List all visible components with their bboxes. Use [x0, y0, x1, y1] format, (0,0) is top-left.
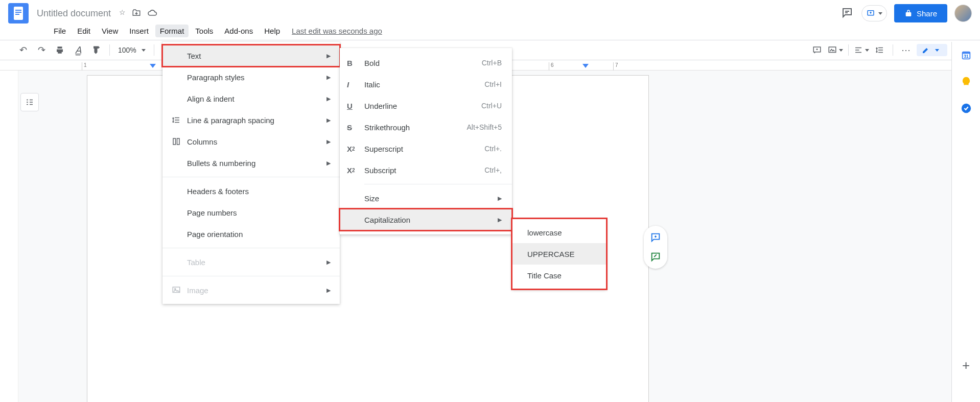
submenu-arrow-icon: ▶	[326, 53, 331, 59]
format-menu-bullets-numbering[interactable]: Bullets & numbering▶	[162, 152, 340, 174]
add-comment-button[interactable]	[648, 230, 663, 245]
document-outline-button[interactable]	[20, 93, 39, 111]
svg-rect-10	[965, 85, 968, 86]
chevron-down-icon	[865, 49, 869, 52]
menu-divider	[162, 276, 340, 276]
svg-rect-0	[14, 7, 23, 20]
vertical-ruler[interactable]	[0, 70, 18, 402]
svg-rect-15	[177, 138, 180, 145]
submenu-arrow-icon: ▶	[326, 287, 331, 294]
docs-logo-icon[interactable]	[8, 3, 29, 23]
submenu-item-label: Italic	[364, 80, 484, 89]
capitalization-uppercase[interactable]: UPPERCASE	[512, 243, 606, 265]
menu-insert[interactable]: Insert	[125, 25, 153, 37]
more-button[interactable]: ⋯	[898, 42, 914, 58]
text-submenu-italic[interactable]: IItalicCtrl+I	[340, 74, 512, 95]
svg-rect-1	[15, 10, 21, 11]
keyboard-shortcut: Ctrl+U	[481, 102, 502, 110]
menu-view[interactable]: View	[97, 25, 123, 37]
text-submenu-bold[interactable]: BBoldCtrl+B	[340, 52, 512, 74]
move-icon[interactable]	[132, 8, 141, 19]
text-submenu-capitalization[interactable]: Capitalization▶	[340, 209, 512, 230]
menu-edit[interactable]: Edit	[73, 25, 95, 37]
comment-button[interactable]	[809, 42, 825, 58]
editing-mode-button[interactable]	[917, 44, 947, 56]
share-button[interactable]: Share	[894, 4, 947, 22]
zoom-selector[interactable]: 100%	[115, 46, 149, 54]
capitalization-title-case[interactable]: Title Case	[512, 265, 606, 286]
ruler-mark: 1	[82, 62, 87, 70]
star-icon[interactable]: ☆	[119, 8, 126, 19]
chevron-down-icon	[839, 49, 843, 52]
format-menu-page-numbers[interactable]: Page numbers	[162, 202, 340, 223]
format-menu-columns[interactable]: Columns▶	[162, 131, 340, 152]
format-menu-align-indent[interactable]: Align & indent▶	[162, 88, 340, 109]
format-menu-image: Image▶	[162, 279, 340, 301]
strikethrough-icon: S	[347, 123, 364, 132]
align-button[interactable]	[854, 42, 869, 58]
line-spacing-button[interactable]	[872, 42, 888, 58]
format-menu-line-paragraph-spacing[interactable]: Line & paragraph spacing▶	[162, 109, 340, 131]
insert-image-button[interactable]	[828, 42, 843, 58]
format-menu-paragraph-styles[interactable]: Paragraph styles▶	[162, 66, 340, 88]
submenu-item-label: Bold	[364, 59, 482, 67]
indent-marker-icon[interactable]	[150, 64, 156, 70]
submenu-item-label: Subscript	[364, 166, 484, 175]
submenu-arrow-icon: ▶	[498, 217, 502, 223]
capitalization-submenu-popup: lowercaseUPPERCASETitle Case	[512, 219, 606, 289]
keyboard-shortcut: Ctrl+.	[484, 145, 502, 153]
tasks-icon[interactable]	[960, 102, 972, 114]
chevron-down-icon	[935, 49, 939, 52]
undo-button[interactable]: ↶	[15, 42, 31, 58]
print-button[interactable]	[52, 42, 67, 58]
superscript-icon: X2	[347, 145, 364, 153]
menu-item-label: Image	[187, 286, 326, 295]
image-icon	[172, 286, 187, 295]
comments-history-icon[interactable]	[841, 7, 854, 20]
keep-icon[interactable]	[960, 76, 972, 88]
menu-tools[interactable]: Tools	[191, 25, 218, 37]
suggest-edit-button[interactable]	[648, 249, 663, 265]
menu-add-ons[interactable]: Add-ons	[220, 25, 258, 37]
cloud-status-icon[interactable]	[147, 8, 157, 19]
share-label: Share	[917, 9, 937, 18]
menu-item-label: Line & paragraph spacing	[187, 116, 326, 125]
text-submenu-underline[interactable]: UUnderlineCtrl+U	[340, 95, 512, 116]
menu-item-label: Headers & footers	[187, 187, 331, 196]
avatar[interactable]	[954, 5, 972, 22]
submenu-item-label: Underline	[364, 102, 481, 110]
format-menu-text[interactable]: Text▶	[162, 45, 340, 66]
italic-icon: I	[347, 80, 364, 89]
present-button[interactable]	[861, 5, 887, 21]
chevron-down-icon	[142, 49, 146, 52]
text-submenu-subscript[interactable]: X2SubscriptCtrl+,	[340, 159, 512, 181]
format-menu-popup: Text▶Paragraph styles▶Align & indent▶Lin…	[162, 42, 340, 304]
subscript-icon: X2	[347, 166, 364, 175]
menu-file[interactable]: File	[49, 25, 71, 37]
menu-item-label: Columns	[187, 137, 326, 146]
capitalization-lowercase[interactable]: lowercase	[512, 222, 606, 243]
menu-item-label: Page numbers	[187, 208, 331, 217]
document-title[interactable]: Untitled document	[33, 7, 115, 20]
last-edit-link[interactable]: Last edit was seconds ago	[292, 27, 382, 35]
format-menu-headers-footers[interactable]: Headers & footers	[162, 180, 340, 202]
submenu-arrow-icon: ▶	[498, 195, 502, 202]
text-submenu-size[interactable]: Size▶	[340, 187, 512, 209]
ruler-mark: 6	[549, 62, 554, 70]
menu-item-label: Bullets & numbering	[187, 159, 326, 168]
menu-help[interactable]: Help	[260, 25, 285, 37]
right-indent-marker-icon[interactable]	[582, 64, 589, 70]
menu-format[interactable]: Format	[155, 25, 189, 37]
spellcheck-button[interactable]: A̲	[71, 42, 86, 58]
text-submenu-strikethrough[interactable]: SStrikethroughAlt+Shift+5	[340, 116, 512, 138]
text-submenu-superscript[interactable]: X2SuperscriptCtrl+.	[340, 138, 512, 159]
menu-divider	[162, 248, 340, 248]
submenu-item-label: Strikethrough	[364, 123, 467, 132]
paint-format-button[interactable]	[89, 42, 104, 58]
calendar-icon[interactable]: 31	[960, 49, 972, 61]
format-menu-table: Table▶	[162, 251, 340, 273]
format-menu-page-orientation[interactable]: Page orientation	[162, 223, 340, 245]
submenu-item-label: Capitalization	[364, 216, 498, 224]
add-addons-button[interactable]: +	[960, 359, 972, 371]
redo-button[interactable]: ↷	[34, 42, 49, 58]
